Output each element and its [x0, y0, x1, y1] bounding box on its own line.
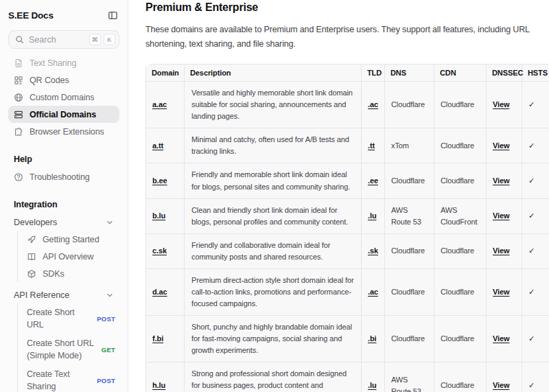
sidebar-item-sdks[interactable]: SDKs — [18, 265, 119, 282]
method-badge: POST — [97, 314, 115, 323]
hsts-check: ✓ — [522, 198, 549, 233]
tld-link[interactable]: .lu — [368, 381, 377, 389]
hsts-check: ✓ — [522, 128, 549, 163]
hsts-check: ✓ — [522, 315, 549, 362]
sidebar: S.EE Docs Search ⌘ K Text Sharing QR Cod… — [0, 0, 128, 392]
group-label-text: API Reference — [14, 290, 69, 300]
section-heading-integration: Integration — [8, 200, 119, 209]
rocket-icon — [27, 235, 36, 244]
sidebar-item-label: API Overview — [43, 252, 94, 262]
dns-value: Cloudflare — [385, 82, 434, 128]
dnssec-view-link[interactable]: View — [493, 381, 509, 389]
sidebar-item-troubleshooting[interactable]: Troubleshooting — [8, 168, 119, 185]
sidebar-item-api-overview[interactable]: API Overview — [18, 248, 119, 265]
domain-description: Short, punchy and highly brandable domai… — [185, 315, 362, 362]
globe-icon — [14, 93, 23, 102]
method-badge: POST — [97, 376, 115, 385]
domains-table-wrap: Domain Description TLD DNS CDN DNSSEC HS… — [145, 64, 549, 392]
main-content: Premium & Enterprise These domains are a… — [128, 0, 549, 392]
sidebar-item-text-sharing[interactable]: Text Sharing — [8, 54, 119, 71]
page-title: Premium & Enterprise — [145, 1, 549, 14]
domain-link[interactable]: f.bi — [152, 334, 163, 343]
cdn-value: Cloudflare — [434, 362, 487, 392]
dnssec-view-link[interactable]: View — [493, 211, 509, 220]
dnssec-view-link[interactable]: View — [493, 176, 509, 185]
domains-table: Domain Description TLD DNS CDN DNSSEC HS… — [145, 64, 549, 392]
chevron-down-icon — [106, 218, 114, 227]
cmd-key: ⌘ — [89, 34, 102, 45]
domain-description: Friendly and memorable short link domain… — [185, 163, 362, 198]
sidebar-item-qr-codes[interactable]: QR Codes — [8, 71, 119, 89]
domain-link[interactable]: a.tt — [152, 141, 163, 150]
tld-link[interactable]: .ac — [368, 288, 378, 296]
cdn-value: Cloudflare — [434, 268, 487, 315]
group-api-reference[interactable]: API Reference — [8, 286, 119, 303]
api-item-label: Create Text Sharing — [27, 369, 93, 392]
domain-link[interactable]: h.lu — [152, 381, 165, 389]
hsts-check: ✓ — [522, 362, 549, 392]
dnssec-view-link[interactable]: View — [493, 288, 509, 296]
sidebar-item-custom-domains[interactable]: Custom Domains — [8, 89, 119, 106]
hsts-check: ✓ — [522, 163, 549, 198]
dnssec-view-link[interactable]: View — [493, 100, 509, 108]
table-row: f.bi Short, punchy and highly brandable … — [146, 315, 549, 362]
sidebar-toggle-icon[interactable] — [106, 9, 119, 22]
col-header-dns: DNS — [385, 65, 434, 82]
group-developers[interactable]: Developers — [8, 214, 119, 231]
sidebar-item-label: Browser Extensions — [30, 127, 104, 137]
dns-value: AWS Route 53 — [385, 198, 434, 233]
tld-link[interactable]: .sk — [368, 246, 378, 255]
dns-value: Cloudflare — [385, 315, 434, 362]
domain-description: Premium direct-action style short domain… — [185, 268, 362, 315]
section-heading-help: Help — [8, 154, 119, 164]
sidebar-item-official-domains[interactable]: Official Domains — [8, 106, 119, 123]
domain-link[interactable]: d.ac — [152, 288, 167, 296]
search-shortcut: ⌘ K — [89, 34, 116, 45]
domain-link[interactable]: a.ac — [152, 100, 167, 108]
sidebar-item-create-short-url[interactable]: Create Short URL POST — [18, 303, 119, 334]
puzzle-icon — [14, 127, 23, 137]
sidebar-item-label: QR Codes — [30, 76, 69, 85]
dns-value: AWS Route 53 — [385, 362, 434, 392]
col-header-description: Description — [185, 65, 362, 82]
table-row: a.ac Versatile and highly memorable shor… — [146, 82, 549, 128]
table-header-row: Domain Description TLD DNS CDN DNSSEC HS… — [146, 65, 549, 82]
server-stack-icon — [14, 110, 23, 119]
dns-value: xTom — [385, 128, 434, 163]
tld-link[interactable]: .bi — [368, 334, 377, 343]
sidebar-item-label: SDKs — [43, 269, 65, 279]
domain-description: Friendly and collaborative domain ideal … — [185, 233, 362, 268]
table-row: c.sk Friendly and collaborative domain i… — [146, 233, 549, 268]
dns-value: Cloudflare — [385, 268, 434, 315]
dnssec-view-link[interactable]: View — [493, 334, 509, 343]
tld-link[interactable]: .ac — [368, 100, 378, 108]
hsts-check: ✓ — [522, 268, 549, 315]
sidebar-item-getting-started[interactable]: Getting Started — [18, 231, 119, 248]
domain-description: Versatile and highly memorable short lin… — [185, 82, 362, 128]
sidebar-item-create-short-url-simple[interactable]: Create Short URL (Simple Mode) GET — [18, 334, 119, 365]
sidebar-nav: Text Sharing QR Codes Custom Domains Off… — [8, 54, 119, 140]
dns-value: Cloudflare — [385, 163, 434, 198]
cdn-value: Cloudflare — [434, 128, 487, 163]
qr-code-icon — [14, 76, 23, 85]
col-header-domain: Domain — [146, 65, 185, 82]
col-header-tld: TLD — [362, 65, 385, 82]
search-input[interactable]: Search ⌘ K — [8, 30, 119, 49]
col-header-dnssec: DNSSEC — [487, 65, 522, 82]
tld-link[interactable]: .lu — [368, 211, 377, 220]
tld-link[interactable]: .ee — [368, 176, 378, 185]
sidebar-item-create-text-sharing[interactable]: Create Text Sharing POST — [18, 365, 119, 392]
table-row: a.tt Minimal and catchy, often used for … — [146, 128, 549, 163]
book-open-icon — [27, 252, 36, 262]
sidebar-item-browser-extensions[interactable]: Browser Extensions — [8, 123, 119, 140]
domain-link[interactable]: c.sk — [152, 246, 167, 255]
cdn-value: AWS CloudFront — [434, 198, 487, 233]
dnssec-view-link[interactable]: View — [493, 141, 509, 150]
domain-link[interactable]: b.ee — [152, 176, 167, 185]
sidebar-item-label: Troubleshooting — [30, 172, 90, 182]
domain-link[interactable]: b.lu — [152, 211, 165, 220]
hsts-check: ✓ — [522, 82, 549, 128]
tld-link[interactable]: .tt — [368, 141, 375, 150]
dnssec-view-link[interactable]: View — [493, 246, 509, 255]
chevron-down-icon — [106, 291, 114, 299]
